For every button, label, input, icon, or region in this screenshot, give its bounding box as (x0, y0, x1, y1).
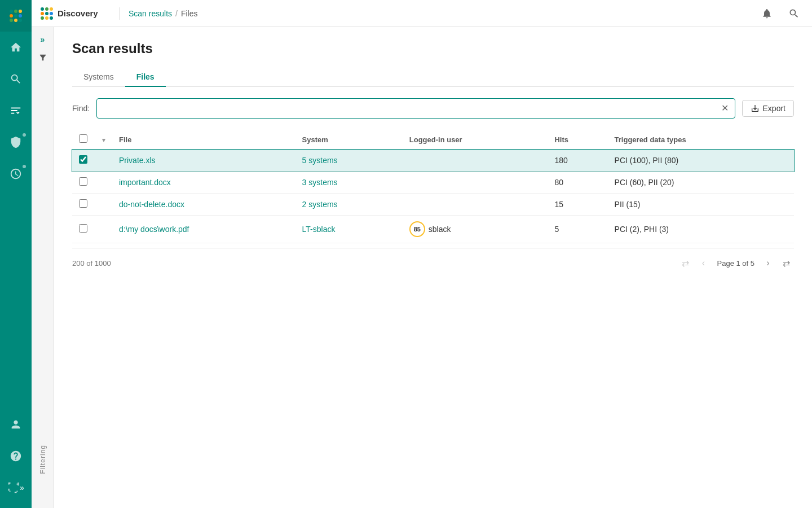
row-checkbox-cell (72, 194, 94, 216)
row-sort-cell (94, 172, 112, 194)
row-checkbox[interactable] (79, 155, 87, 164)
select-all-header (72, 130, 94, 150)
tab-systems[interactable]: Systems (72, 68, 125, 87)
row-system: 3 systems (295, 172, 403, 194)
sidebar-item-scan[interactable] (0, 95, 32, 126)
sidebar-item-clock[interactable] (0, 158, 32, 190)
user-badge: 85sblack (409, 221, 451, 237)
topbar: Discovery Scan results / Files (32, 0, 812, 27)
row-checkbox[interactable] (79, 177, 87, 186)
user-avatar: 85 (409, 221, 425, 237)
app-logo-icon (10, 10, 22, 22)
table-row: important.docx3 systems80PCI (60), PII (… (72, 172, 794, 194)
record-count: 200 of 1000 (72, 259, 111, 268)
row-checkbox-cell (72, 172, 94, 194)
system-link[interactable]: 3 systems (302, 178, 338, 187)
logged-in-user-column-header: Logged-in user (403, 130, 548, 150)
find-label: Find: (72, 104, 90, 113)
row-triggered-data-types: PII (15) (608, 194, 794, 216)
find-bar: Find: ✕ Export (72, 98, 794, 119)
tabs: Systems Files (72, 68, 794, 87)
find-clear-button[interactable]: ✕ (720, 103, 731, 114)
first-page-button[interactable]: ⇄ (678, 255, 694, 271)
hits-column-header: Hits (548, 130, 607, 150)
user-name: sblack (429, 225, 451, 234)
table-row: Private.xls5 systems180PCI (100), PII (8… (72, 150, 794, 172)
prev-page-button[interactable]: ‹ (696, 255, 712, 271)
file-link[interactable]: d:\my docs\work.pdf (119, 225, 189, 234)
system-link[interactable]: LT-sblack (302, 225, 336, 234)
find-input[interactable] (96, 98, 735, 119)
row-triggered-data-types: PCI (100), PII (80) (608, 150, 794, 172)
search-button[interactable] (785, 5, 803, 23)
files-table: ▾ File System Logged-in user Hits (72, 130, 794, 243)
file-link[interactable]: do-not-delete.docx (119, 200, 184, 209)
sidebar-logo[interactable] (0, 0, 32, 32)
row-logged-in-user (403, 172, 548, 194)
filter-button[interactable] (34, 50, 52, 65)
sidebar-item-shield[interactable] (0, 126, 32, 158)
row-file: Private.xls (112, 150, 295, 172)
collapse-panel-button[interactable]: » (34, 32, 52, 47)
sort-arrow-icon[interactable]: ▾ (102, 137, 105, 144)
topbar-actions (758, 5, 803, 23)
row-triggered-data-types: PCI (2), PHI (3) (608, 216, 794, 243)
breadcrumb: Scan results / Files (129, 9, 198, 18)
row-checkbox-cell (72, 150, 94, 172)
main-wrapper: Discovery Scan results / Files » Filteri… (32, 0, 812, 508)
tab-files[interactable]: Files (125, 68, 166, 87)
page-title: Scan results (72, 41, 794, 56)
system-column-header: System (295, 130, 403, 150)
sidebar-item-user[interactable] (0, 409, 32, 440)
find-input-wrap: ✕ (96, 98, 735, 119)
sidebar-item-help[interactable] (0, 440, 32, 472)
sidebar-item-home[interactable] (0, 32, 32, 63)
row-hits: 15 (548, 194, 607, 216)
system-link[interactable]: 5 systems (302, 156, 338, 165)
export-button[interactable]: Export (742, 100, 794, 117)
filtering-label: Filtering (39, 445, 47, 474)
row-logged-in-user (403, 150, 548, 172)
file-link[interactable]: Private.xls (119, 156, 156, 165)
row-checkbox-cell (72, 216, 94, 243)
system-link[interactable]: 2 systems (302, 200, 338, 209)
side-panel: » Filtering (32, 27, 54, 508)
sidebar-item-expand[interactable]: » (0, 472, 32, 503)
table-footer: 200 of 1000 ⇄ ‹ Page 1 of 5 › ⇄ (72, 248, 794, 271)
sidebar: » (0, 0, 32, 508)
pagination: ⇄ ‹ Page 1 of 5 › ⇄ (678, 255, 795, 271)
row-logged-in-user: 85sblack (403, 216, 548, 243)
app-name: Discovery (58, 8, 98, 18)
row-system: LT-sblack (295, 216, 403, 243)
next-page-button[interactable]: › (760, 255, 776, 271)
table-header-row: ▾ File System Logged-in user Hits (72, 130, 794, 150)
sort-header: ▾ (94, 130, 112, 150)
triggered-data-types-column-header: Triggered data types (608, 130, 794, 150)
main-content: Scan results Systems Files Find: ✕ Expor… (54, 27, 812, 508)
row-sort-cell (94, 216, 112, 243)
file-column-header: File (112, 130, 295, 150)
row-checkbox[interactable] (79, 199, 87, 208)
sidebar-bottom: » (0, 409, 32, 508)
export-label: Export (763, 104, 785, 113)
select-all-checkbox[interactable] (79, 134, 87, 143)
export-icon (751, 104, 760, 113)
row-hits: 80 (548, 172, 607, 194)
table-row: d:\my docs\work.pdfLT-sblack85sblack5PCI… (72, 216, 794, 243)
row-file: do-not-delete.docx (112, 194, 295, 216)
topbar-logo-area: Discovery (41, 7, 120, 20)
page-info: Page 1 of 5 (714, 259, 758, 268)
row-system: 2 systems (295, 194, 403, 216)
sidebar-item-search[interactable] (0, 63, 32, 95)
breadcrumb-parent[interactable]: Scan results (129, 9, 172, 18)
row-triggered-data-types: PCI (60), PII (20) (608, 172, 794, 194)
row-hits: 180 (548, 150, 607, 172)
notifications-button[interactable] (758, 5, 776, 23)
row-checkbox[interactable] (79, 224, 87, 233)
file-link[interactable]: important.docx (119, 178, 171, 187)
row-system: 5 systems (295, 150, 403, 172)
last-page-button[interactable]: ⇄ (778, 255, 794, 271)
content-area: » Filtering Scan results Systems Files F… (32, 27, 812, 508)
row-sort-cell (94, 150, 112, 172)
row-file: important.docx (112, 172, 295, 194)
